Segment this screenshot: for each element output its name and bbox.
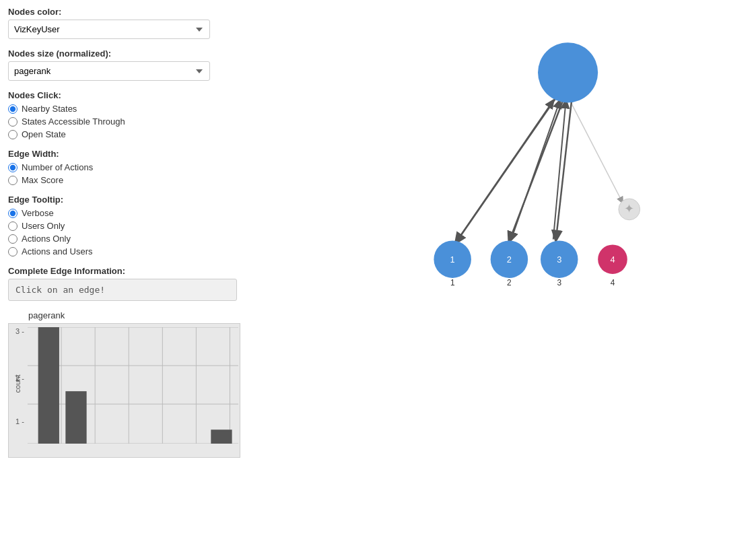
edge-info-section: Complete Edge Information: Click on an e… bbox=[8, 266, 241, 301]
radio-actions-only[interactable]: Actions Only bbox=[8, 234, 241, 244]
edge-top-ghost[interactable] bbox=[570, 99, 623, 203]
nodes-click-group: Nodes Click: Nearby States States Access… bbox=[8, 90, 241, 139]
radio-num-actions[interactable]: Number of Actions bbox=[8, 162, 241, 172]
num-actions-label: Number of Actions bbox=[22, 162, 93, 172]
edge-info-label: Complete Edge Information: bbox=[8, 266, 241, 276]
edge-tooltip-label: Edge Tooltip: bbox=[8, 195, 241, 205]
radio-open-state[interactable]: Open State bbox=[8, 129, 241, 139]
node-top[interactable] bbox=[538, 42, 598, 102]
svg-rect-10 bbox=[38, 327, 59, 444]
nodes-color-select[interactable]: VizKeyUserDefaultCustom bbox=[8, 20, 210, 39]
edge-width-group: Edge Width: Number of Actions Max Score bbox=[8, 149, 241, 185]
actions-users-label: Actions and Users bbox=[22, 246, 93, 256]
node-1-label: 1 bbox=[450, 254, 455, 265]
edge-n2-top[interactable] bbox=[511, 100, 559, 239]
node-2-bottom-label: 2 bbox=[507, 278, 512, 287]
nodes-color-section: Nodes color: VizKeyUserDefaultCustom bbox=[8, 7, 241, 39]
radio-nearby-states[interactable]: Nearby States bbox=[8, 104, 241, 114]
nodes-size-select[interactable]: pagerankdegreebetweenness bbox=[8, 61, 210, 81]
radio-actions-users[interactable]: Actions and Users bbox=[8, 246, 241, 256]
edge-info-box: Click on an edge! bbox=[8, 279, 237, 301]
svg-rect-12 bbox=[211, 429, 232, 444]
nodes-color-label: Nodes color: bbox=[8, 7, 241, 17]
radio-max-score[interactable]: Max Score bbox=[8, 175, 241, 185]
y-tick-1: 1 - bbox=[15, 417, 24, 425]
chart-container: count bbox=[8, 323, 240, 458]
chart-area: pagerank count bbox=[8, 310, 240, 458]
states-accessible-label: States Accessible Through bbox=[22, 116, 125, 127]
nodes-size-label: Nodes size (normalized): bbox=[8, 48, 241, 59]
node-4-bottom-label: 4 bbox=[611, 278, 615, 287]
users-only-label: Users Only bbox=[22, 221, 65, 231]
verbose-label: Verbose bbox=[22, 208, 54, 218]
chart-inner bbox=[28, 327, 238, 444]
right-panel: ✦ 1 2 3 4 1 2 3 4 bbox=[249, 0, 756, 550]
node-4-label: 4 bbox=[610, 254, 615, 265]
node-3-label: 3 bbox=[557, 254, 561, 265]
node-2-label: 2 bbox=[507, 254, 512, 265]
y-tick-3: 3 - bbox=[15, 327, 24, 335]
graph-svg[interactable]: ✦ 1 2 3 4 1 2 3 4 bbox=[249, 0, 756, 550]
radio-verbose[interactable]: Verbose bbox=[8, 208, 241, 218]
nodes-click-label: Nodes Click: bbox=[8, 90, 241, 100]
svg-rect-11 bbox=[65, 391, 86, 444]
edge-n1-top[interactable] bbox=[458, 100, 553, 239]
edge-width-label: Edge Width: bbox=[8, 149, 241, 159]
edge-tooltip-group: Edge Tooltip: Verbose Users Only Actions… bbox=[8, 195, 241, 256]
left-panel: Nodes color: VizKeyUserDefaultCustom Nod… bbox=[0, 0, 249, 550]
chart-svg bbox=[28, 327, 238, 444]
chart-title: pagerank bbox=[8, 310, 240, 320]
node-1-bottom-label: 1 bbox=[450, 278, 455, 287]
open-state-label: Open State bbox=[22, 129, 66, 139]
radio-states-accessible[interactable]: States Accessible Through bbox=[8, 116, 241, 127]
y-tick-2: 2 - bbox=[15, 374, 24, 382]
ghost-star: ✦ bbox=[624, 202, 634, 215]
nodes-size-section: Nodes size (normalized): pagerankdegreeb… bbox=[8, 48, 241, 81]
actions-only-label: Actions Only bbox=[22, 234, 71, 244]
nearby-states-label: Nearby States bbox=[22, 104, 77, 114]
max-score-label: Max Score bbox=[22, 175, 63, 185]
radio-users-only[interactable]: Users Only bbox=[8, 221, 241, 231]
node-3-bottom-label: 3 bbox=[557, 278, 561, 287]
